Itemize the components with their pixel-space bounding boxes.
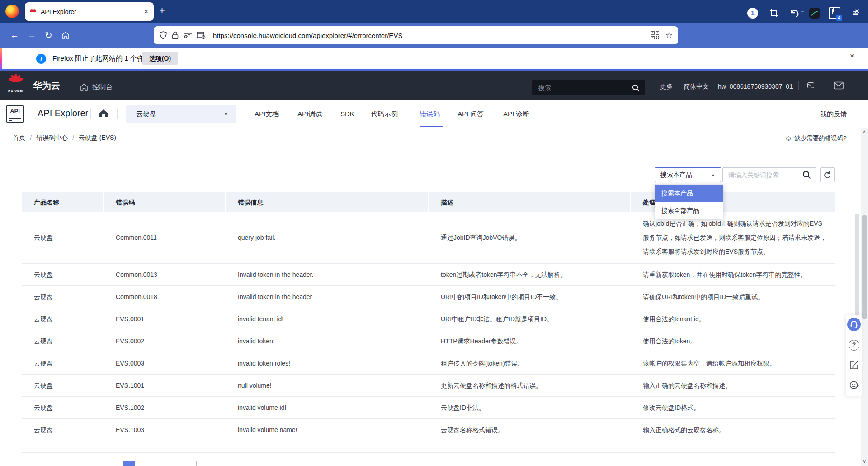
nav-account-link[interactable]: hw_008618750930307_01 [718, 83, 793, 90]
cell-product: 云硬盘 [22, 359, 104, 368]
nav-more-link[interactable]: 更多 [660, 83, 673, 91]
permissions-icon[interactable] [183, 32, 192, 38]
huawei-favicon [29, 8, 37, 15]
tab-title: API Explorer [41, 8, 143, 15]
notification-options-button[interactable]: 选项(O) [142, 52, 178, 65]
active-tab-underline [420, 126, 443, 127]
nav-search-box[interactable] [532, 80, 645, 95]
hamburger-menu-icon[interactable]: ≡ [846, 0, 864, 26]
tab-api-docs[interactable]: API文档 [255, 110, 279, 119]
cell-error-code: Common.0013 [104, 270, 226, 279]
feedback-button[interactable] [847, 378, 861, 392]
cell-product: 云硬盘 [22, 403, 104, 412]
search-scope-select[interactable]: 搜索本产品 ▲ [655, 167, 721, 182]
new-tab-button[interactable]: + [159, 5, 165, 16]
nav-divider [68, 81, 68, 90]
search-scope-dropdown: 搜索本产品 搜索全部产品 [655, 184, 723, 219]
cell-action: 输入正确格式的云硬盘名称。 [631, 425, 835, 434]
cell-action: 输入正确格式的云硬盘描述。 [631, 441, 835, 453]
header-product: 产品名称 [22, 192, 104, 212]
home-icon[interactable] [61, 31, 70, 40]
help-button[interactable]: ? [847, 338, 861, 352]
tab-close-icon[interactable]: × [143, 8, 149, 16]
refresh-button[interactable] [820, 167, 835, 182]
notification-accent-stripe [0, 48, 2, 69]
cell-description: 租户传入的令牌(token)错误。 [429, 359, 631, 368]
page-jump-input[interactable] [196, 461, 219, 466]
mail-icon[interactable] [834, 81, 844, 90]
cell-product: 云硬盘 [22, 314, 104, 323]
shield-icon[interactable] [159, 31, 167, 39]
cell-description: HTTP请求Header参数错误。 [429, 337, 631, 346]
cell-error-message: null volume! [226, 381, 429, 390]
search-icon[interactable] [802, 171, 811, 179]
cell-product: 云硬盘 [22, 233, 104, 242]
huawei-logo[interactable]: HUAWEI [5, 74, 26, 92]
current-page-button[interactable] [123, 461, 135, 466]
undo-arrow-icon[interactable] [786, 0, 804, 26]
dropdown-option-all-products[interactable]: 搜索全部产品 [655, 202, 723, 219]
url-bar[interactable]: https://console.huaweicloud.com/apiexplo… [154, 26, 678, 44]
qr-code-icon[interactable] [651, 31, 659, 39]
browser-titlebar: API Explorer × + ∨ − ✕ [0, 0, 868, 23]
api-explorer-logo[interactable]: API [6, 105, 24, 123]
cell-error-code: EVS.0001 [104, 314, 226, 323]
forward-icon[interactable]: → [27, 30, 36, 40]
page-scrollbar-thumb[interactable] [862, 215, 867, 319]
console-link[interactable]: 控制台 [80, 83, 113, 91]
tab-api-debug[interactable]: API调试 [297, 110, 322, 119]
keyword-search-input[interactable] [727, 171, 802, 179]
cell-error-message: Invalid token in the header [226, 292, 429, 301]
scroll-down-icon[interactable]: ∨ [861, 458, 868, 464]
bookmark-star-icon[interactable]: ☆ [665, 30, 673, 40]
breadcrumb-home[interactable]: 首页 [13, 134, 25, 142]
cell-action: 输入正确的云硬盘名称和描述。 [631, 381, 835, 390]
tab-api-qa[interactable]: API 问答 [458, 110, 484, 119]
search-icon[interactable] [632, 84, 640, 92]
notification-close-icon[interactable]: × [850, 52, 854, 61]
dark-extension-icon[interactable] [806, 0, 824, 26]
subnav-divider [90, 109, 91, 119]
header-error-message: 错误信息 [226, 192, 429, 212]
my-feedback-link[interactable]: 我的反馈 [820, 110, 847, 119]
nav-search-input[interactable] [538, 84, 632, 92]
page-size-select[interactable] [24, 461, 56, 466]
cell-error-message: Invalid token in the header. [226, 270, 429, 279]
tab-error-codes[interactable]: 错误码 [420, 110, 440, 119]
screenshot-crop-icon[interactable] [765, 0, 783, 26]
content-scrollbar-thumb[interactable] [855, 214, 859, 318]
url-text[interactable]: https://console.huaweicloud.com/apiexplo… [213, 32, 651, 39]
subnav-title[interactable]: API Explorer [38, 108, 88, 119]
lock-icon[interactable] [172, 31, 179, 39]
dropdown-option-this-product[interactable]: 搜索本产品 [655, 185, 723, 202]
product-select[interactable]: 云硬盘 ▼ [126, 105, 236, 123]
cell-description: 通过JobID查询JobVO错误。 [429, 233, 631, 242]
reload-icon[interactable]: ↻ [45, 30, 52, 41]
info-icon: i [36, 54, 46, 64]
cell-product: 云硬盘 [22, 270, 104, 279]
subnav-home-icon[interactable] [99, 109, 108, 118]
brand-name[interactable]: 华为云 [33, 80, 60, 92]
cell-description: 云硬盘ID非法。 [429, 403, 631, 412]
extension-badge-button[interactable]: 1 [744, 0, 762, 26]
console-terminal-icon[interactable]: >_ [807, 81, 814, 90]
tab-code-samples[interactable]: 代码示例 [371, 110, 398, 119]
survey-button[interactable] [847, 358, 861, 372]
browser-tab[interactable]: API Explorer × [25, 2, 154, 21]
tab-api-diagnosis[interactable]: API 诊断 [503, 110, 529, 119]
customer-service-button[interactable] [847, 318, 861, 331]
popup-blocked-icon[interactable] [197, 31, 206, 39]
scroll-up-icon[interactable]: ∧ [861, 129, 868, 135]
nav-language-link[interactable]: 简体中文 [684, 83, 709, 91]
cell-error-message: invalid volume name! [226, 425, 429, 434]
missing-error-code-link[interactable]: ☺ 缺少需要的错误码? [785, 134, 847, 143]
nav-divider [798, 81, 799, 90]
translate-extension-icon[interactable] [826, 0, 844, 26]
breadcrumb-current: 云硬盘 (EVS) [79, 134, 116, 142]
firefox-icon[interactable] [5, 5, 19, 18]
breadcrumb-error-center[interactable]: 错误码中心 [36, 134, 68, 142]
cell-error-code: EVS.1002 [104, 403, 226, 412]
back-icon[interactable]: ← [10, 30, 19, 40]
tab-sdk[interactable]: SDK [340, 110, 354, 118]
keyword-search-box[interactable] [722, 167, 816, 182]
